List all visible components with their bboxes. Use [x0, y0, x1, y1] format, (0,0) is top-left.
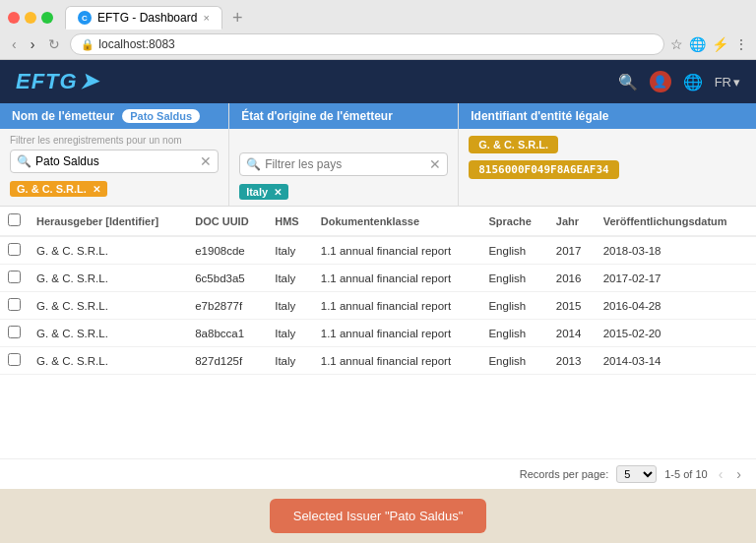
row-hms: Italy — [267, 236, 313, 265]
clear-issuer-input-button[interactable]: ✕ — [200, 153, 212, 169]
legal-name-tag[interactable]: G. & C. S.R.L. — [469, 136, 558, 153]
row-issuer: G. & C. S.R.L. — [29, 320, 187, 347]
previous-page-button[interactable]: ‹ — [716, 466, 726, 482]
row-checkbox-2[interactable] — [8, 298, 21, 311]
minimize-window-button[interactable] — [25, 12, 36, 24]
country-search-input[interactable] — [265, 157, 429, 171]
issuer-search-input[interactable] — [35, 154, 200, 168]
tab-title: EFTG - Dashboard — [97, 11, 197, 25]
filter-header-origin-label: État d'origine de l'émetteur — [241, 109, 393, 123]
row-doc-uuid: 6c5bd3a5 — [187, 265, 267, 292]
table-row[interactable]: G. & C. S.R.L. 827d125f Italy 1.1 annual… — [0, 347, 756, 375]
logo-text: EFTG — [16, 69, 78, 94]
row-klasse: 1.1 annual financial report — [313, 347, 481, 375]
tab-close-button[interactable]: × — [204, 12, 210, 24]
table-row[interactable]: G. & C. S.R.L. 6c5bd3a5 Italy 1.1 annual… — [0, 265, 756, 292]
row-sprache: English — [480, 292, 547, 320]
filter-body-origin: 🔍 ✕ Italy ✕ — [229, 129, 458, 206]
row-date: 2015-02-20 — [596, 320, 756, 347]
row-checkbox-3[interactable] — [8, 326, 21, 338]
select-all-checkbox[interactable] — [8, 213, 21, 226]
close-window-button[interactable] — [8, 12, 20, 24]
legal-name-tag-label: G. & C. S.R.L. — [478, 139, 548, 151]
globe-icon[interactable]: 🌐 — [683, 73, 703, 91]
row-checkbox-cell[interactable] — [0, 292, 29, 320]
col-klasse: Dokumentenklasse — [313, 207, 481, 236]
page-size-select-wrap[interactable]: 5 10 25 50 — [616, 465, 657, 483]
row-checkbox-cell[interactable] — [0, 236, 29, 265]
reload-button[interactable]: ↻ — [44, 34, 64, 54]
back-button[interactable]: ‹ — [8, 34, 21, 54]
row-checkbox-4[interactable] — [8, 353, 21, 366]
language-selector[interactable]: FR ▾ — [715, 75, 740, 90]
maximize-window-button[interactable] — [41, 12, 53, 24]
row-hms: Italy — [267, 265, 313, 292]
lang-label: FR — [715, 75, 731, 90]
legal-id-tag[interactable]: 8156000F049F8A6EAF34 — [469, 160, 618, 179]
search-icon[interactable]: 🔍 — [618, 73, 638, 91]
remove-country-tag-button[interactable]: ✕ — [274, 187, 282, 198]
filter-issuer-hint: Filtrer les enregistrements pour un nom — [10, 135, 219, 146]
toolbar-icons: ☆ 🌐 ⚡ ⋮ — [670, 36, 748, 52]
new-tab-button[interactable]: + — [226, 8, 249, 29]
url-box[interactable]: 🔒 localhost:8083 — [70, 33, 664, 55]
menu-icon[interactable]: ⋮ — [734, 36, 748, 52]
row-doc-uuid: 827d125f — [187, 347, 267, 375]
legal-id-tag-label: 8156000F049F8A6EAF34 — [478, 163, 608, 176]
clear-country-input-button[interactable]: ✕ — [429, 156, 441, 172]
row-checkbox-cell[interactable] — [0, 347, 29, 375]
chevron-down-icon: ▾ — [733, 75, 740, 90]
row-checkbox-cell[interactable] — [0, 320, 29, 347]
country-tag-label: Italy — [246, 186, 268, 198]
page-size-select[interactable]: 5 10 25 50 — [616, 465, 657, 483]
browser-icon1[interactable]: 🌐 — [689, 36, 706, 52]
bookmark-icon[interactable]: ☆ — [670, 36, 683, 52]
user-avatar[interactable]: 👤 — [650, 71, 671, 92]
remove-issuer-tag-button[interactable]: ✕ — [93, 184, 100, 195]
col-doc-uuid: DOC UUID — [187, 207, 267, 236]
row-sprache: English — [480, 265, 547, 292]
filter-header-legal-id: Identifiant d'entité légale — [459, 103, 756, 129]
filter-origin-input-wrap[interactable]: 🔍 ✕ — [239, 152, 448, 176]
filter-issuer-input-wrap[interactable]: 🔍 ✕ — [10, 150, 219, 173]
document-table: Herausgeber [Identifier] DOC UUID HMS Do… — [0, 207, 756, 375]
active-tab[interactable]: C EFTG - Dashboard × — [65, 6, 222, 30]
logo-arrow-icon: ➤ — [80, 69, 98, 94]
document-table-container: Herausgeber [Identifier] DOC UUID HMS Do… — [0, 207, 756, 458]
row-jahr: 2013 — [548, 347, 596, 375]
row-date: 2018-03-18 — [596, 236, 756, 265]
filter-header-issuer-label: Nom de l'émetteur — [12, 109, 114, 123]
row-sprache: English — [480, 236, 547, 265]
url-text: localhost:8083 — [98, 37, 654, 51]
forward-button[interactable]: › — [27, 34, 39, 54]
table-row[interactable]: G. & C. S.R.L. e7b2877f Italy 1.1 annual… — [0, 292, 756, 320]
table-row[interactable]: G. & C. S.R.L. e1908cde Italy 1.1 annual… — [0, 236, 756, 265]
row-sprache: English — [480, 320, 547, 347]
row-klasse: 1.1 annual financial report — [313, 320, 481, 347]
issuer-tag-label: G. & C. S.R.L. — [17, 183, 87, 195]
row-sprache: English — [480, 347, 547, 375]
row-date: 2016-04-28 — [596, 292, 756, 320]
col-checkbox — [0, 207, 29, 236]
row-checkbox-cell[interactable] — [0, 265, 29, 292]
row-issuer: G. & C. S.R.L. — [29, 265, 187, 292]
table-row[interactable]: G. & C. S.R.L. 8a8bcca1 Italy 1.1 annual… — [0, 320, 756, 347]
row-hms: Italy — [267, 347, 313, 375]
row-checkbox-1[interactable] — [8, 271, 21, 283]
row-klasse: 1.1 annual financial report — [313, 292, 481, 320]
filter-section: Nom de l'émetteur Pato Saldus Filtrer le… — [0, 103, 756, 207]
row-issuer: G. & C. S.R.L. — [29, 347, 187, 375]
country-tag-italy[interactable]: Italy ✕ — [239, 184, 288, 200]
row-date: 2017-02-17 — [596, 265, 756, 292]
row-issuer: G. & C. S.R.L. — [29, 292, 187, 320]
row-jahr: 2016 — [548, 265, 596, 292]
row-checkbox-0[interactable] — [8, 243, 21, 256]
header-icons: 🔍 👤 🌐 FR ▾ — [618, 71, 740, 92]
row-issuer: G. & C. S.R.L. — [29, 236, 187, 265]
issuer-tag-gcs[interactable]: G. & C. S.R.L. ✕ — [10, 181, 107, 197]
next-page-button[interactable]: › — [733, 466, 744, 482]
row-jahr: 2017 — [548, 236, 596, 265]
extensions-icon[interactable]: ⚡ — [712, 36, 728, 52]
row-doc-uuid: e7b2877f — [187, 292, 267, 320]
table-body: G. & C. S.R.L. e1908cde Italy 1.1 annual… — [0, 236, 756, 375]
